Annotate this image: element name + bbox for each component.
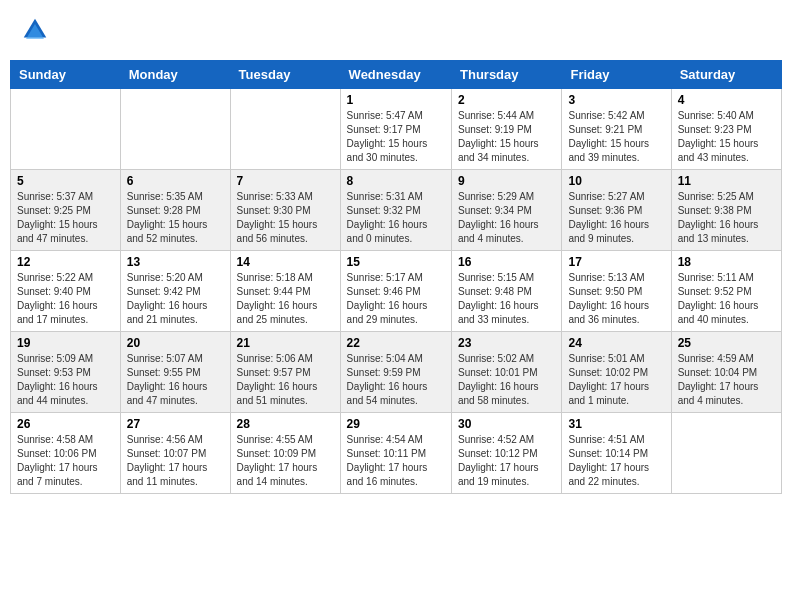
calendar-empty-cell — [120, 89, 230, 170]
day-number: 21 — [237, 336, 334, 350]
calendar-day-3: 3Sunrise: 5:42 AM Sunset: 9:21 PM Daylig… — [562, 89, 671, 170]
day-info: Sunrise: 5:02 AM Sunset: 10:01 PM Daylig… — [458, 352, 555, 408]
page-header — [10, 10, 782, 50]
day-number: 12 — [17, 255, 114, 269]
day-number: 5 — [17, 174, 114, 188]
day-info: Sunrise: 5:09 AM Sunset: 9:53 PM Dayligh… — [17, 352, 114, 408]
day-number: 23 — [458, 336, 555, 350]
day-number: 1 — [347, 93, 445, 107]
calendar-day-16: 16Sunrise: 5:15 AM Sunset: 9:48 PM Dayli… — [452, 251, 562, 332]
weekday-header-wednesday: Wednesday — [340, 61, 451, 89]
day-info: Sunrise: 5:22 AM Sunset: 9:40 PM Dayligh… — [17, 271, 114, 327]
day-info: Sunrise: 5:35 AM Sunset: 9:28 PM Dayligh… — [127, 190, 224, 246]
day-number: 22 — [347, 336, 445, 350]
day-number: 18 — [678, 255, 775, 269]
calendar-day-5: 5Sunrise: 5:37 AM Sunset: 9:25 PM Daylig… — [11, 170, 121, 251]
day-info: Sunrise: 5:29 AM Sunset: 9:34 PM Dayligh… — [458, 190, 555, 246]
day-info: Sunrise: 5:40 AM Sunset: 9:23 PM Dayligh… — [678, 109, 775, 165]
calendar-day-12: 12Sunrise: 5:22 AM Sunset: 9:40 PM Dayli… — [11, 251, 121, 332]
day-info: Sunrise: 5:44 AM Sunset: 9:19 PM Dayligh… — [458, 109, 555, 165]
day-info: Sunrise: 4:58 AM Sunset: 10:06 PM Daylig… — [17, 433, 114, 489]
calendar-week-row: 19Sunrise: 5:09 AM Sunset: 9:53 PM Dayli… — [11, 332, 782, 413]
calendar-day-9: 9Sunrise: 5:29 AM Sunset: 9:34 PM Daylig… — [452, 170, 562, 251]
day-number: 10 — [568, 174, 664, 188]
day-info: Sunrise: 5:01 AM Sunset: 10:02 PM Daylig… — [568, 352, 664, 408]
day-number: 31 — [568, 417, 664, 431]
day-info: Sunrise: 4:59 AM Sunset: 10:04 PM Daylig… — [678, 352, 775, 408]
calendar-day-24: 24Sunrise: 5:01 AM Sunset: 10:02 PM Dayl… — [562, 332, 671, 413]
day-number: 9 — [458, 174, 555, 188]
day-number: 14 — [237, 255, 334, 269]
day-info: Sunrise: 4:54 AM Sunset: 10:11 PM Daylig… — [347, 433, 445, 489]
calendar-day-20: 20Sunrise: 5:07 AM Sunset: 9:55 PM Dayli… — [120, 332, 230, 413]
calendar-day-27: 27Sunrise: 4:56 AM Sunset: 10:07 PM Dayl… — [120, 413, 230, 494]
day-number: 26 — [17, 417, 114, 431]
day-number: 30 — [458, 417, 555, 431]
calendar-day-25: 25Sunrise: 4:59 AM Sunset: 10:04 PM Dayl… — [671, 332, 781, 413]
calendar-table: SundayMondayTuesdayWednesdayThursdayFrid… — [10, 60, 782, 494]
weekday-header-monday: Monday — [120, 61, 230, 89]
calendar-day-28: 28Sunrise: 4:55 AM Sunset: 10:09 PM Dayl… — [230, 413, 340, 494]
calendar-day-22: 22Sunrise: 5:04 AM Sunset: 9:59 PM Dayli… — [340, 332, 451, 413]
day-number: 8 — [347, 174, 445, 188]
weekday-header-sunday: Sunday — [11, 61, 121, 89]
weekday-header-thursday: Thursday — [452, 61, 562, 89]
day-info: Sunrise: 4:56 AM Sunset: 10:07 PM Daylig… — [127, 433, 224, 489]
day-info: Sunrise: 5:04 AM Sunset: 9:59 PM Dayligh… — [347, 352, 445, 408]
calendar-empty-cell — [230, 89, 340, 170]
day-number: 6 — [127, 174, 224, 188]
day-number: 25 — [678, 336, 775, 350]
calendar-week-row: 5Sunrise: 5:37 AM Sunset: 9:25 PM Daylig… — [11, 170, 782, 251]
calendar-day-14: 14Sunrise: 5:18 AM Sunset: 9:44 PM Dayli… — [230, 251, 340, 332]
day-info: Sunrise: 5:42 AM Sunset: 9:21 PM Dayligh… — [568, 109, 664, 165]
day-number: 29 — [347, 417, 445, 431]
day-info: Sunrise: 5:17 AM Sunset: 9:46 PM Dayligh… — [347, 271, 445, 327]
weekday-header-tuesday: Tuesday — [230, 61, 340, 89]
calendar-day-19: 19Sunrise: 5:09 AM Sunset: 9:53 PM Dayli… — [11, 332, 121, 413]
calendar-day-30: 30Sunrise: 4:52 AM Sunset: 10:12 PM Dayl… — [452, 413, 562, 494]
day-info: Sunrise: 5:27 AM Sunset: 9:36 PM Dayligh… — [568, 190, 664, 246]
calendar-day-4: 4Sunrise: 5:40 AM Sunset: 9:23 PM Daylig… — [671, 89, 781, 170]
calendar-day-2: 2Sunrise: 5:44 AM Sunset: 9:19 PM Daylig… — [452, 89, 562, 170]
day-number: 20 — [127, 336, 224, 350]
day-info: Sunrise: 5:31 AM Sunset: 9:32 PM Dayligh… — [347, 190, 445, 246]
day-info: Sunrise: 5:25 AM Sunset: 9:38 PM Dayligh… — [678, 190, 775, 246]
day-number: 28 — [237, 417, 334, 431]
logo — [20, 15, 54, 45]
weekday-header-saturday: Saturday — [671, 61, 781, 89]
day-number: 7 — [237, 174, 334, 188]
day-info: Sunrise: 5:20 AM Sunset: 9:42 PM Dayligh… — [127, 271, 224, 327]
calendar-empty-cell — [671, 413, 781, 494]
calendar-day-10: 10Sunrise: 5:27 AM Sunset: 9:36 PM Dayli… — [562, 170, 671, 251]
calendar-day-26: 26Sunrise: 4:58 AM Sunset: 10:06 PM Dayl… — [11, 413, 121, 494]
day-info: Sunrise: 4:51 AM Sunset: 10:14 PM Daylig… — [568, 433, 664, 489]
calendar-day-7: 7Sunrise: 5:33 AM Sunset: 9:30 PM Daylig… — [230, 170, 340, 251]
calendar-day-23: 23Sunrise: 5:02 AM Sunset: 10:01 PM Dayl… — [452, 332, 562, 413]
day-info: Sunrise: 4:52 AM Sunset: 10:12 PM Daylig… — [458, 433, 555, 489]
day-info: Sunrise: 5:18 AM Sunset: 9:44 PM Dayligh… — [237, 271, 334, 327]
day-info: Sunrise: 5:47 AM Sunset: 9:17 PM Dayligh… — [347, 109, 445, 165]
calendar-day-1: 1Sunrise: 5:47 AM Sunset: 9:17 PM Daylig… — [340, 89, 451, 170]
day-number: 13 — [127, 255, 224, 269]
calendar-day-6: 6Sunrise: 5:35 AM Sunset: 9:28 PM Daylig… — [120, 170, 230, 251]
calendar-day-13: 13Sunrise: 5:20 AM Sunset: 9:42 PM Dayli… — [120, 251, 230, 332]
day-number: 11 — [678, 174, 775, 188]
calendar-day-21: 21Sunrise: 5:06 AM Sunset: 9:57 PM Dayli… — [230, 332, 340, 413]
day-info: Sunrise: 5:11 AM Sunset: 9:52 PM Dayligh… — [678, 271, 775, 327]
calendar-day-29: 29Sunrise: 4:54 AM Sunset: 10:11 PM Dayl… — [340, 413, 451, 494]
calendar-empty-cell — [11, 89, 121, 170]
day-number: 2 — [458, 93, 555, 107]
day-number: 15 — [347, 255, 445, 269]
day-info: Sunrise: 5:06 AM Sunset: 9:57 PM Dayligh… — [237, 352, 334, 408]
calendar-week-row: 12Sunrise: 5:22 AM Sunset: 9:40 PM Dayli… — [11, 251, 782, 332]
day-number: 4 — [678, 93, 775, 107]
calendar-day-11: 11Sunrise: 5:25 AM Sunset: 9:38 PM Dayli… — [671, 170, 781, 251]
weekday-header-friday: Friday — [562, 61, 671, 89]
day-info: Sunrise: 4:55 AM Sunset: 10:09 PM Daylig… — [237, 433, 334, 489]
day-info: Sunrise: 5:33 AM Sunset: 9:30 PM Dayligh… — [237, 190, 334, 246]
day-info: Sunrise: 5:07 AM Sunset: 9:55 PM Dayligh… — [127, 352, 224, 408]
day-info: Sunrise: 5:13 AM Sunset: 9:50 PM Dayligh… — [568, 271, 664, 327]
day-number: 24 — [568, 336, 664, 350]
calendar-day-8: 8Sunrise: 5:31 AM Sunset: 9:32 PM Daylig… — [340, 170, 451, 251]
logo-icon — [20, 15, 50, 45]
